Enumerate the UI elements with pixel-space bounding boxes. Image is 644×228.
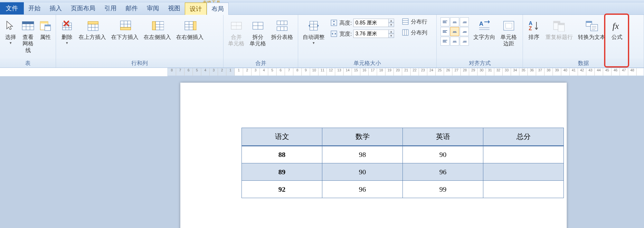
insert-below-button[interactable]: 在下方插入 [109,16,141,42]
width-input[interactable] [353,30,389,38]
width-spinner[interactable]: ▲▼ [388,30,394,38]
cell-margins-button[interactable]: 单元格边距 [498,16,519,49]
align-top-right[interactable] [460,17,469,26]
svg-rect-20 [120,27,131,30]
sort-button[interactable]: AZ 排序 [525,16,543,42]
gridlines-icon [22,19,34,32]
cursor-icon [4,19,17,32]
insert-left-button[interactable]: 在左侧插入 [141,16,174,42]
formula-icon: fx [611,19,623,32]
tab-home[interactable]: 开始 [24,2,45,14]
group-label-data: 数据 [523,59,644,68]
document-table[interactable]: 语文 数学 英语 总分 88 98 90 89 90 96 92 96 99 [242,128,564,198]
svg-rect-66 [554,21,560,23]
svg-rect-55 [402,30,408,35]
align-bot-left[interactable] [440,37,450,46]
width-label: 宽度: [339,30,352,38]
svg-text:A: A [529,21,533,26]
align-top-center[interactable] [450,17,459,26]
insert-right-icon [184,19,196,32]
row-height-icon [330,19,337,26]
sort-icon: AZ [527,19,540,32]
group-alignment: A 文字方向 单元格边距 对齐方式 [437,15,523,68]
group-data: AZ 排序 重复标题行 转换为文本 fx 公式 [523,15,644,68]
convert-to-text-button[interactable]: 转换为文本 [575,16,608,42]
tab-review[interactable]: 审阅 [142,2,164,14]
autofit-button[interactable]: 自动调整 ▼ [300,16,327,46]
formula-button[interactable]: fx 公式 [608,16,626,42]
page: 语文 数学 英语 总分 88 98 90 89 90 96 92 96 99 [180,83,567,228]
view-gridlines-button[interactable]: 查看网格线 [19,16,37,55]
tab-view[interactable]: 视图 [164,2,185,14]
split-cells-button[interactable]: 拆分单元格 [247,16,269,49]
delete-button[interactable]: 删除 ▼ [58,16,76,46]
group-merge: 合并单元格 拆分单元格 拆分表格 合并 [223,15,298,68]
group-label-rows-cols: 行和列 [56,59,223,68]
ribbon-tabstrip: 表格工具 文件 开始 插入 页面布局 引用 邮件 审阅 视图 设计 布局 [0,3,644,15]
horizontal-ruler[interactable]: 8765432112345678910111213141516171819202… [167,68,644,76]
split-table-button[interactable]: 拆分表格 [269,16,296,42]
split-table-icon [276,19,289,32]
svg-rect-1 [22,22,34,24]
svg-rect-61 [504,21,514,30]
tab-page-layout[interactable]: 页面布局 [66,2,100,14]
split-cells-icon [251,19,264,32]
height-input[interactable] [353,19,389,27]
svg-rect-68 [558,23,564,25]
svg-text:fx: fx [612,21,619,31]
distribute-cols-button[interactable]: 分布列 [402,27,427,38]
properties-button[interactable]: 属性 [37,16,54,42]
chevron-down-icon: ▼ [312,41,315,45]
table-cell[interactable]: 96 [403,163,483,181]
tab-references[interactable]: 引用 [100,2,121,14]
group-rows-cols: 删除 ▼ 在上方插入 在下方插入 在左侧插入 [56,15,223,68]
chevron-down-icon: ▼ [9,41,12,45]
svg-rect-52 [402,19,408,24]
table-cell[interactable] [483,163,564,181]
table-cell[interactable]: 99 [403,181,483,198]
table-cell[interactable]: 88 [242,146,322,163]
height-spinner[interactable]: ▲▼ [388,19,394,27]
align-mid-center[interactable] [450,27,459,36]
align-top-left[interactable] [440,17,450,26]
insert-right-button[interactable]: 在右侧插入 [174,16,206,42]
tab-mailings[interactable]: 邮件 [121,2,142,14]
svg-rect-25 [152,22,156,30]
table-header[interactable]: 数学 [322,128,403,146]
document-area[interactable]: 语文 数学 英语 总分 88 98 90 89 90 96 92 96 99 [0,76,644,228]
table-cell[interactable]: 92 [242,181,322,198]
insert-left-icon [151,19,164,32]
align-bot-right[interactable] [460,37,469,46]
align-bot-center[interactable] [450,37,459,46]
insert-above-button[interactable]: 在上方插入 [76,16,109,42]
table-cell[interactable]: 89 [242,163,322,181]
align-mid-left[interactable] [440,27,450,36]
table-cell[interactable] [483,181,564,198]
table-cell[interactable]: 90 [403,146,483,163]
cell-margins-icon [502,19,515,32]
table-header[interactable]: 总分 [483,128,564,146]
svg-text:A: A [479,21,483,27]
table-cell[interactable] [483,146,564,163]
table-cell[interactable]: 90 [322,163,403,181]
select-button[interactable]: 选择 ▼ [2,16,19,46]
text-direction-button[interactable]: A 文字方向 [471,16,498,42]
distribute-rows-button[interactable]: 分布行 [402,16,427,27]
align-mid-right[interactable] [460,27,469,36]
table-header[interactable]: 语文 [242,128,322,146]
svg-rect-40 [277,21,287,25]
tab-design[interactable]: 设计 [185,3,207,15]
group-label-table: 表 [0,59,56,68]
table-header[interactable]: 英语 [403,128,483,146]
tab-layout[interactable]: 布局 [207,3,229,15]
table-cell[interactable]: 98 [322,146,403,163]
chevron-down-icon: ▼ [65,41,69,45]
alignment-grid [439,16,471,46]
tab-file[interactable]: 文件 [0,2,24,14]
repeat-header-icon [553,19,566,32]
text-direction-icon: A [478,19,491,32]
merge-cells-icon [230,19,243,32]
tab-insert[interactable]: 插入 [45,2,66,14]
repeat-header-button: 重复标题行 [543,16,575,42]
table-cell[interactable]: 96 [322,181,403,198]
